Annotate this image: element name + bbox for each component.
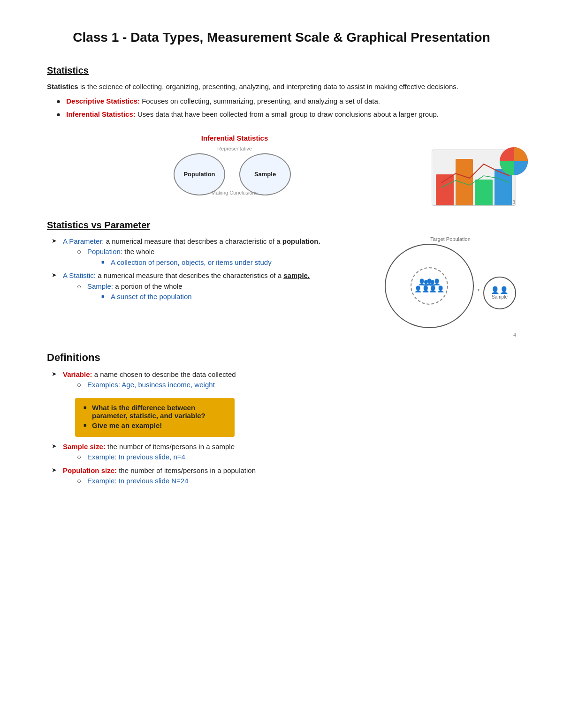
population-label: Population: [87,248,122,255]
population-subsub: A collection of person, objects, or item… [87,257,375,268]
statistic-label: A Statistic: [63,271,96,279]
venn-representative-label: Representative [217,146,252,151]
inferential-label: Inferential Statistics: [66,110,136,118]
yellow-question-box: What is the difference between parameter… [75,398,235,437]
population-diagram-wrapper: Target Population 👤👤👤👤👤👤👤 👤👤👤👤 → [385,236,516,338]
stats-vs-param-heading: Statistics vs Parameter [47,220,516,231]
population-size-example: Example: In previous slide N=24 [77,476,516,487]
variable-text: a name chosen to describe the data colle… [94,370,236,378]
statistics-body-text: is the science of collecting, organizing… [80,83,458,90]
inferential-text: Uses data that have been collected from … [137,110,439,118]
statistics-bold-word: Statistics [47,83,78,90]
population-arrow: → [472,284,482,296]
sample-label: Sample: [87,282,113,290]
definitions-heading: Definitions [47,352,516,364]
collection-text: A collection of person, objects, or item… [111,258,272,266]
infer-diagram-title: Inferential Statistics [201,134,268,142]
sample-sunset: A sunset of the population [101,292,375,302]
definitions-list: Variable: a name chosen to describe the … [47,369,516,390]
population-text: the whole [124,248,154,255]
parameter-text: a numerical measure that describes a cha… [106,237,282,245]
bar-chart-wrapper: 3 [432,150,516,206]
venn-diagram: Representative Population Sample Making … [174,145,296,196]
yellow-item-1: What is the difference between parameter… [84,404,226,420]
sample-text: a portion of the whole [115,282,182,290]
statistic-text: a numerical measure that describes the c… [98,271,283,279]
bullet-inferential: Inferential Statistics: Uses data that h… [56,109,516,120]
population-size-example-text: Example: In previous slide N=24 [87,477,189,485]
inferential-diagram: Inferential Statistics Representative Po… [150,134,319,196]
statistics-bullets: Descriptive Statistics: Focuses on colle… [47,96,516,120]
yellow-item-2: Give me an example! [84,421,226,429]
venn-sample-circle: Sample [239,153,291,195]
bar-2 [456,159,473,205]
sample-circle-label: Sample [492,294,508,300]
sample-size-sub: Example: In previous slide, n=4 [63,452,516,463]
venn-sample-label: Sample [254,171,276,178]
sample-sub-item: Sample: a portion of the whole A sunset … [77,281,375,302]
venn-making-conclusions-label: Making Conclusions [212,190,258,195]
big-population-circle: 👤👤👤👤👤👤👤 👤👤👤👤 [385,244,474,328]
definitions-section: Definitions Variable: a name chosen to d… [47,352,516,487]
parameter-item: A Parameter: a numerical measure that de… [52,236,375,268]
target-population-label: Target Population [385,236,516,242]
population-size-item: Population size: the number of items/per… [52,465,516,487]
statistics-diagrams: Inferential Statistics Representative Po… [47,125,516,206]
statistics-heading: Statistics [47,65,516,76]
yellow-text-2: Give me an example! [92,421,162,429]
stats-param-left: A Parameter: a numerical measure that de… [47,236,375,305]
variable-sub: Examples: Age, business income, weight [63,380,516,390]
venn-population-circle: Population [174,153,225,195]
sample-size-example: Example: In previous slide, n=4 [77,452,516,463]
population-size-label: Population size: [63,466,117,474]
bar-1 [436,174,454,205]
descriptive-text: Focuses on collecting, summarizing, pres… [142,97,380,105]
sample-outer-circle: 👤👤 Sample [483,277,516,309]
param-page-number: 4 [513,332,516,338]
population-diagram: 👤👤👤👤👤👤👤 👤👤👤👤 → 👤👤 Sample 4 [385,244,516,338]
inner-sample-circle: 👤👤👤👤 [411,267,448,305]
statistic-bold: sample. [283,271,310,279]
variable-item: Variable: a name chosen to describe the … [52,369,516,390]
variable-examples: Examples: Age, business income, weight [77,380,516,390]
bar-3 [475,180,493,205]
bullet-descriptive: Descriptive Statistics: Focuses on colle… [56,96,516,107]
yellow-text-1: What is the difference between parameter… [92,404,205,420]
pie-chart [497,145,530,179]
chart-page-number: 3 [512,199,515,205]
param-arrow-list: A Parameter: a numerical measure that de… [47,236,375,302]
statistic-item: A Statistic: a numerical measure that de… [52,270,375,302]
stats-param-content: A Parameter: a numerical measure that de… [47,236,516,338]
parameter-bold: population. [282,237,320,245]
page-title: Class 1 - Data Types, Measurement Scale … [47,28,516,46]
sample-people-icons: 👤👤 [491,286,509,294]
sample-subsub: A sunset of the population [87,292,375,302]
descriptive-label: Descriptive Statistics: [66,97,140,105]
examples-text: Examples: Age, business income, weight [87,381,215,389]
sunset-text: A sunset of the population [111,293,192,300]
parameter-label: A Parameter: [63,237,104,245]
statistic-sub: Sample: a portion of the whole A sunset … [63,281,375,302]
venn-population-label: Population [183,171,215,178]
population-sub-item: Population: the whole A collection of pe… [77,247,375,268]
sample-size-example-text: Example: In previous slide, n=4 [87,453,185,461]
size-definitions-list: Sample size: the number of items/persons… [47,442,516,487]
sample-size-label: Sample size: [63,443,106,450]
statistics-body: Statistics is the science of collecting,… [47,82,516,92]
population-size-text: the number of items/persons in a populat… [119,466,256,474]
sample-size-item: Sample size: the number of items/persons… [52,442,516,463]
population-collection: A collection of person, objects, or item… [101,257,375,268]
yellow-box-list: What is the difference between parameter… [84,404,226,429]
parameter-sub: Population: the whole A collection of pe… [63,247,375,268]
pie-chart-svg [497,145,530,178]
statistics-section: Statistics Statistics is the science of … [47,65,516,206]
population-size-sub: Example: In previous slide N=24 [63,476,516,487]
sample-size-text: the number of items/persons in a sample [107,443,235,450]
stats-vs-param-section: Statistics vs Parameter A Parameter: a n… [47,220,516,338]
variable-label: Variable: [63,370,92,378]
